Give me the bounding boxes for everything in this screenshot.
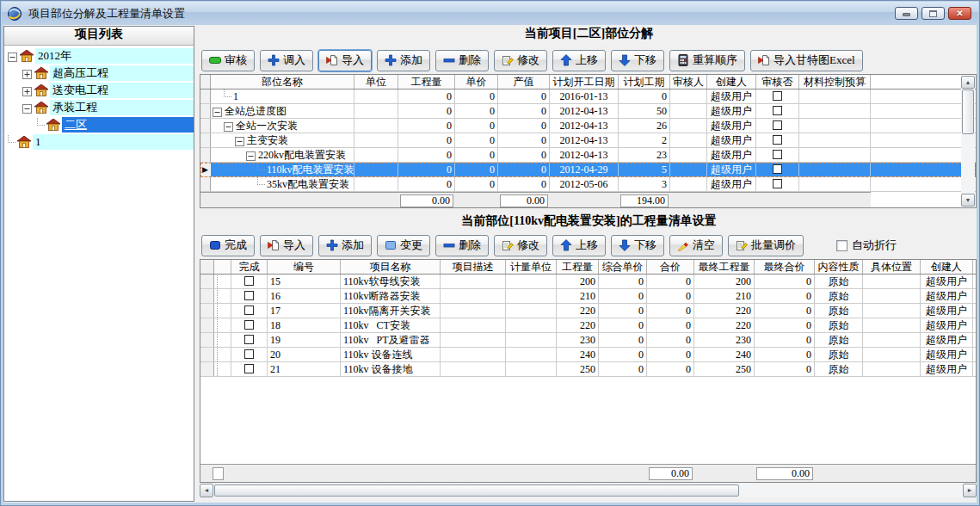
total-price-cell[interactable]: 0 [647, 275, 694, 288]
final-quantity-cell[interactable]: 220 [694, 318, 755, 332]
final-quantity-cell[interactable]: 240 [694, 348, 755, 361]
table-row[interactable]: 主变安装0002012-04-132超级用户 [200, 133, 976, 148]
tree-item-label[interactable]: 超高压工程 [50, 65, 194, 81]
measure-unit-cell[interactable] [506, 348, 557, 361]
location-cell[interactable] [863, 362, 921, 376]
nature-cell[interactable]: 原始 [815, 275, 863, 288]
audited-checkbox[interactable] [773, 91, 782, 101]
maximize-button[interactable] [921, 7, 945, 20]
name-cell[interactable]: 全站总进度图 [211, 104, 354, 118]
done-checkbox[interactable] [244, 349, 254, 359]
row-selector[interactable] [200, 318, 214, 332]
final-quantity-cell[interactable]: 200 [694, 275, 755, 288]
item-name-cell[interactable]: 110kv 设备连线 [341, 348, 441, 361]
collapse-icon[interactable] [246, 151, 256, 160]
row-selector[interactable] [200, 333, 214, 347]
quantity-cell[interactable]: 0 [398, 177, 455, 191]
table-row[interactable]: 220kv配电装置安装0002012-04-1323超级用户 [200, 148, 976, 163]
scrollbar-thumb[interactable] [962, 89, 974, 134]
quantity-cell[interactable]: 250 [557, 362, 599, 376]
material-budget-cell[interactable] [799, 148, 871, 162]
done-cell[interactable] [231, 275, 268, 288]
name-cell[interactable]: 220kv配电装置安装 [211, 148, 354, 162]
output-value-cell[interactable]: 0 [498, 133, 550, 147]
number-cell[interactable]: 21 [268, 362, 341, 376]
nature-cell[interactable]: 原始 [815, 304, 863, 318]
scroll-down-button[interactable]: ▼ [961, 194, 975, 207]
final-total-cell[interactable]: 0 [755, 318, 815, 332]
tree-item-label[interactable]: 承装工程 [50, 100, 194, 115]
row-selector[interactable] [200, 304, 214, 318]
scroll-up-button[interactable]: ▲ [961, 76, 975, 89]
item-name-cell[interactable]: 110kv CT安装 [341, 318, 441, 332]
tree-item[interactable]: 1 [4, 133, 194, 151]
quantity-cell[interactable]: 0 [398, 89, 455, 103]
creator-cell[interactable]: 超级用户 [707, 133, 756, 147]
number-cell[interactable]: 17 [268, 304, 341, 318]
composite-price-cell[interactable]: 0 [599, 304, 647, 318]
item-desc-cell[interactable] [441, 362, 506, 376]
audited-cell[interactable] [756, 177, 799, 191]
audited-cell[interactable] [756, 133, 799, 147]
tree-item-label[interactable]: 二区 [62, 117, 194, 133]
measure-unit-cell[interactable] [506, 304, 557, 318]
done-cell[interactable] [231, 318, 268, 332]
row-selector[interactable] [200, 148, 211, 162]
total-price-cell[interactable]: 0 [647, 348, 694, 361]
done-checkbox[interactable] [244, 364, 254, 373]
measure-unit-cell[interactable] [506, 289, 557, 303]
output-value-cell[interactable]: 0 [498, 177, 550, 191]
output-value-cell[interactable]: 0 [498, 163, 550, 176]
output-value-cell[interactable]: 0 [498, 148, 550, 162]
auditor-cell[interactable] [670, 119, 707, 133]
quantity-cell[interactable]: 230 [557, 333, 599, 347]
table-row[interactable]: 全站总进度图0002012-04-1350超级用户 [200, 104, 976, 119]
collapse-icon[interactable] [224, 121, 233, 131]
site-cell[interactable] [973, 333, 977, 347]
quantity-cell[interactable]: 240 [557, 348, 599, 361]
unit-price-cell[interactable]: 0 [455, 148, 498, 162]
done-cell[interactable] [231, 289, 268, 303]
table-row[interactable]: 35kv配电装置安装0002012-05-063超级用户 [200, 177, 976, 192]
done-checkbox[interactable] [244, 276, 254, 286]
row-selector[interactable] [200, 119, 211, 133]
unit-cell[interactable] [354, 177, 398, 191]
table-row[interactable]: 15110kv软母线安装200002000原始超级用户 [200, 275, 976, 289]
audited-checkbox[interactable] [773, 179, 782, 188]
quantity-cell[interactable]: 0 [398, 119, 455, 133]
location-cell[interactable] [863, 289, 921, 303]
tree-item-label[interactable]: 送变电工程 [50, 83, 194, 98]
final-total-cell[interactable]: 0 [755, 304, 815, 318]
auditor-cell[interactable] [670, 89, 707, 103]
unit-price-cell[interactable]: 0 [455, 104, 498, 118]
measure-unit-cell[interactable] [506, 275, 557, 288]
final-quantity-cell[interactable]: 230 [694, 333, 755, 347]
composite-price-cell[interactable]: 0 [599, 348, 647, 361]
start-date-cell[interactable]: 2016-01-13 [550, 89, 619, 103]
number-cell[interactable]: 18 [268, 318, 341, 332]
table-row[interactable]: 19110kv PT及避雷器230002300原始超级用户 [200, 333, 976, 348]
unit-cell[interactable] [354, 163, 398, 176]
duration-cell[interactable]: 23 [619, 148, 670, 162]
creator-cell[interactable]: 超级用户 [707, 104, 756, 118]
unit-cell[interactable] [354, 104, 398, 118]
site-cell[interactable] [973, 362, 977, 376]
clear-button[interactable]: 清空 [669, 235, 723, 256]
material-budget-cell[interactable] [799, 104, 871, 118]
tree-item[interactable]: 二区 [4, 116, 194, 133]
creator-cell[interactable]: 超级用户 [921, 289, 973, 303]
duration-cell[interactable]: 5 [619, 163, 670, 176]
collapse-icon[interactable] [8, 52, 17, 61]
unit-price-cell[interactable]: 0 [455, 163, 498, 176]
item-desc-cell[interactable] [441, 348, 506, 361]
done-cell[interactable] [231, 362, 268, 376]
material-budget-cell[interactable] [799, 177, 871, 191]
start-date-cell[interactable]: 2012-04-13 [550, 119, 619, 133]
creator-cell[interactable]: 超级用户 [707, 163, 756, 176]
auditor-cell[interactable] [670, 133, 707, 147]
creator-cell[interactable]: 超级用户 [921, 304, 973, 318]
done-checkbox[interactable] [244, 335, 254, 344]
tree-item-label[interactable]: 2012年 [35, 48, 194, 64]
scroll-left-button[interactable]: ◄ [200, 484, 213, 497]
final-total-cell[interactable]: 0 [755, 362, 815, 376]
